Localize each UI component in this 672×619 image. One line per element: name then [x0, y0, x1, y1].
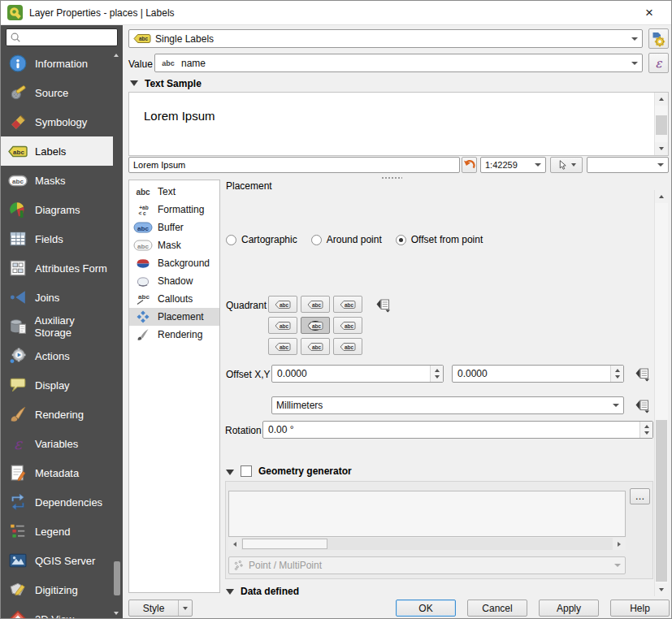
sidebar-scroll-down-arrow[interactable] — [111, 608, 121, 618]
tab-placement[interactable]: Placement — [129, 308, 219, 326]
preview-background-dropdown[interactable] — [587, 157, 669, 173]
quadrant-button-8[interactable]: abc — [333, 338, 362, 355]
scrollbar-thumb[interactable] — [656, 420, 667, 582]
expression-builder-button[interactable]: ε — [648, 53, 669, 73]
text-sample-collapse-icon[interactable] — [130, 80, 138, 86]
apply-button[interactable]: Apply — [539, 600, 599, 617]
value-field-dropdown[interactable]: abc name — [154, 54, 643, 72]
data-defined-collapse-icon[interactable] — [226, 589, 234, 595]
geometry-generator-collapse-icon[interactable] — [226, 470, 234, 475]
tab-mask[interactable]: abcMask — [129, 236, 219, 254]
quadrant-button-7[interactable]: abc — [301, 338, 330, 355]
geometry-expression-editor[interactable] — [228, 491, 626, 537]
preview-scale-dropdown[interactable]: 1:42259 — [480, 157, 546, 173]
quadrant-button-2[interactable]: abc — [333, 296, 362, 313]
spin-up-arrow[interactable] — [615, 369, 620, 372]
placement-mode-cartographic[interactable]: Cartographic — [226, 234, 297, 245]
chevron-down-icon — [183, 607, 188, 610]
search-input[interactable] — [24, 32, 114, 43]
spin-down-arrow[interactable] — [435, 375, 440, 379]
units-data-defined-button[interactable] — [632, 396, 652, 414]
spin-up-arrow[interactable] — [435, 369, 440, 372]
scrollbar-thumb[interactable] — [656, 115, 667, 135]
scroll-left-arrow[interactable] — [228, 538, 241, 550]
sidebar-scroll-up-arrow[interactable] — [111, 50, 121, 60]
sidebar-item-attributes-form[interactable]: Attributes Form — [1, 253, 113, 283]
sidebar-item-masks[interactable]: abcMasks — [1, 166, 113, 195]
offset-y-spinbox[interactable]: 0.0000 — [452, 365, 624, 383]
quadrant-button-5[interactable]: abc — [333, 317, 362, 334]
help-button[interactable]: Help — [610, 600, 670, 617]
tab-background[interactable]: Background — [129, 254, 219, 272]
tab-shadow[interactable]: Shadow — [129, 272, 219, 290]
sidebar-item-information[interactable]: Information — [1, 49, 113, 78]
offset-data-defined-button[interactable] — [632, 365, 652, 383]
expression-browse-button[interactable]: … — [630, 488, 650, 504]
set-to-canvas-scale-button[interactable] — [550, 157, 583, 173]
sidebar-scrollbar-thumb[interactable] — [114, 561, 120, 595]
sidebar-item-symbology[interactable]: Symbology — [1, 107, 113, 136]
sidebar-item-3d-view[interactable]: 3D View — [1, 604, 113, 619]
quadrant-button-0[interactable]: abc — [268, 296, 297, 313]
sidebar-item-source[interactable]: Source — [1, 78, 113, 107]
sidebar-item-dependencies[interactable]: Dependencies — [1, 487, 113, 517]
sidebar-item-rendering[interactable]: Rendering — [1, 400, 113, 429]
spin-up-arrow[interactable] — [644, 425, 649, 428]
sidebar-item-label: Actions — [35, 350, 70, 362]
offset-x-spinbox[interactable]: 0.0000 — [271, 365, 444, 383]
placement-mode-offset-from-point[interactable]: Offset from point — [396, 234, 483, 245]
scroll-up-arrow[interactable] — [655, 93, 668, 106]
sidebar-item-label: Legend — [35, 526, 70, 538]
quadrant-button-1[interactable]: abc — [301, 296, 330, 313]
sidebar-item-digitizing[interactable]: Digitizing — [1, 575, 113, 604]
label-settings-tab-list: abcText+ab< cFormattingabcBufferabcMaskB… — [128, 180, 220, 593]
quadrant-button-3[interactable]: abc — [268, 317, 297, 334]
tab-buffer[interactable]: abcBuffer — [129, 219, 219, 236]
sidebar-item-display[interactable]: Display — [1, 370, 113, 400]
tab-formatting[interactable]: +ab< cFormatting — [129, 201, 219, 219]
placement-scrollbar[interactable] — [654, 190, 668, 596]
sidebar-item-fields[interactable]: Fields — [1, 224, 113, 253]
scrollbar-thumb[interactable] — [242, 539, 327, 549]
cancel-button[interactable]: Cancel — [467, 600, 527, 617]
scroll-down-arrow[interactable] — [655, 142, 668, 155]
rotation-spinbox[interactable]: 0.00 ° — [262, 421, 653, 439]
quadrant-button-6[interactable]: abc — [268, 338, 297, 355]
close-button[interactable]: × — [639, 3, 660, 23]
placement-mode-around-point[interactable]: Around point — [311, 234, 382, 245]
quadrant-data-defined-button[interactable] — [373, 296, 392, 314]
tab-text[interactable]: abcText — [129, 183, 219, 201]
label-type-dropdown[interactable]: abc Single Labels — [128, 29, 643, 48]
expression-h-scrollbar[interactable] — [228, 538, 626, 550]
automated-placement-settings-button[interactable] — [648, 28, 669, 49]
reset-sample-button[interactable] — [462, 157, 477, 173]
offset-units-dropdown[interactable]: Millimeters — [271, 396, 624, 414]
preview-scrollbar[interactable] — [654, 93, 668, 155]
sidebar-search[interactable] — [6, 28, 118, 46]
sidebar-item-auxiliary-storage[interactable]: Auxiliary Storage — [1, 312, 113, 341]
splitter-handle[interactable] — [381, 176, 402, 180]
spin-down-arrow[interactable] — [644, 431, 649, 435]
placement-mode-radios: CartographicAround pointOffset from poin… — [226, 234, 483, 245]
quadrant-button-4[interactable]: abc — [301, 317, 330, 334]
spin-down-arrow[interactable] — [615, 375, 620, 379]
style-menu-button[interactable]: Style — [128, 600, 193, 617]
geometry-type-dropdown[interactable]: Point / MultiPoint — [228, 556, 626, 574]
geometry-generator-checkbox[interactable] — [241, 465, 252, 477]
sidebar-item-actions[interactable]: Actions — [1, 341, 113, 370]
sidebar-item-joins[interactable]: Joins — [1, 283, 113, 312]
scroll-right-arrow[interactable] — [613, 538, 626, 550]
sidebar-item-variables[interactable]: εVariables — [1, 429, 113, 458]
sidebar-item-qgis-server[interactable]: QGIS Server — [1, 546, 113, 575]
sidebar-item-labels[interactable]: abcLabels — [1, 136, 113, 166]
scroll-down-arrow[interactable] — [655, 583, 668, 596]
tab-rendering[interactable]: Rendering — [129, 326, 219, 344]
sample-text-field[interactable] — [128, 157, 460, 173]
sample-text-input[interactable] — [133, 160, 455, 170]
scroll-up-arrow[interactable] — [655, 190, 668, 203]
sidebar-item-legend[interactable]: Legend — [1, 517, 113, 546]
sidebar-item-diagrams[interactable]: Diagrams — [1, 195, 113, 224]
ok-button[interactable]: OK — [396, 600, 456, 617]
sidebar-item-metadata[interactable]: Metadata — [1, 458, 113, 487]
tab-callouts[interactable]: abcCallouts — [129, 290, 219, 308]
